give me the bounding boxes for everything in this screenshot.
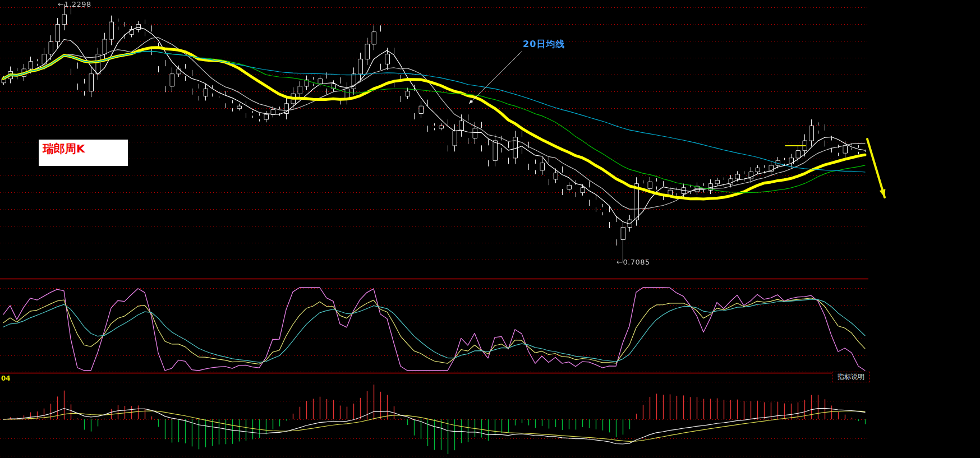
high-price-label: ←1.2298 — [58, 1, 91, 8]
chart-title-box[interactable]: 瑞郎周K — [39, 140, 128, 166]
indicator-info-button[interactable]: 指标说明 — [832, 372, 870, 382]
chart-title: 瑞郎周K — [39, 140, 128, 155]
chart-window: ←1.2298 ←0.7085 瑞郎周K 20日均线 04 指标说明 — [0, 0, 980, 458]
low-price-label: ←0.7085 — [616, 258, 650, 266]
ma20-annotation-label: 20日均线 — [523, 39, 565, 50]
price-chart-canvas[interactable] — [0, 0, 980, 458]
period-label: 04 — [1, 374, 11, 382]
